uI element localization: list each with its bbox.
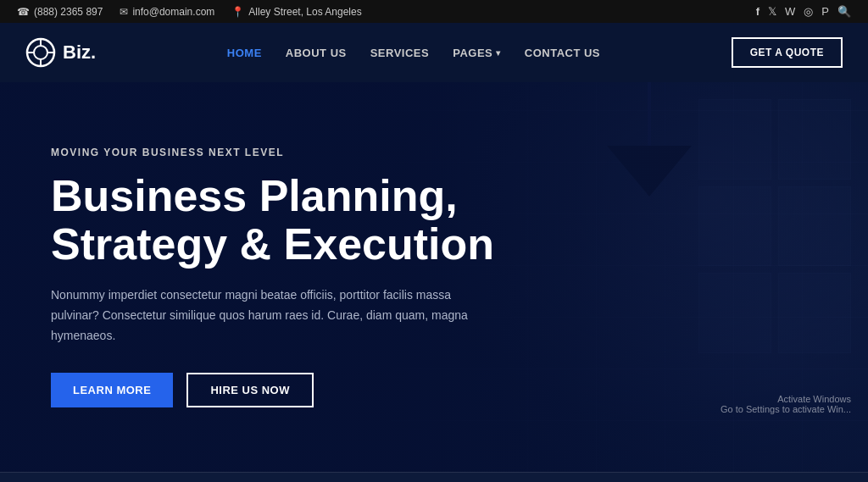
hero-title-line1: Business Planning, — [51, 171, 458, 220]
nav-item-services[interactable]: SERVICES — [370, 45, 430, 60]
activate-line1: Activate Windows — [721, 394, 851, 404]
email-info: ✉ info@domain.com — [120, 6, 214, 18]
navbar: Biz. HOME ABOUT US SERVICES PAGES CONTAC… — [0, 23, 868, 82]
hero-content: MOVING YOUR BUSINESS NEXT LEVEL Business… — [0, 147, 545, 408]
hero-subtitle: MOVING YOUR BUSINESS NEXT LEVEL — [51, 147, 494, 158]
nav-item-pages[interactable]: PAGES — [453, 47, 501, 59]
logo[interactable]: Biz. — [25, 37, 96, 68]
nav-item-about[interactable]: ABOUT US — [286, 45, 347, 60]
svg-point-1 — [34, 46, 47, 59]
instagram-link[interactable]: ◎ — [804, 5, 813, 18]
logo-text: Biz. — [63, 42, 96, 64]
learn-more-button[interactable]: LEARN MORE — [51, 373, 173, 407]
nav-link-about[interactable]: ABOUT US — [286, 47, 347, 59]
hire-us-button[interactable]: HIRE US NOW — [186, 373, 314, 407]
hero-buttons: LEARN MORE HIRE US NOW — [51, 373, 494, 407]
nav-link-pages[interactable]: PAGES — [453, 47, 501, 59]
nav-link-contact[interactable]: CONTACT US — [525, 47, 600, 59]
phone-icon: ☎ — [17, 6, 30, 18]
location-icon: 📍 — [231, 6, 244, 18]
hero-title: Business Planning, Strategy & Execution — [51, 172, 494, 269]
address-info: 📍 Alley Street, Los Angeles — [231, 6, 361, 18]
top-bar: ☎ (888) 2365 897 ✉ info@domain.com 📍 All… — [0, 0, 868, 23]
email-address: info@domain.com — [132, 6, 214, 18]
address-text: Alley Street, Los Angeles — [248, 6, 361, 18]
bottom-icons-bar — [0, 472, 868, 482]
twitter-link[interactable]: 𝕏 — [768, 5, 776, 18]
social-links: f 𝕏 W ◎ P 🔍 — [756, 5, 851, 18]
facebook-link[interactable]: f — [756, 5, 760, 18]
email-icon: ✉ — [120, 6, 128, 18]
pinterest-link[interactable]: P — [821, 5, 829, 18]
logo-icon — [25, 37, 56, 68]
top-bar-contact: ☎ (888) 2365 897 ✉ info@domain.com 📍 All… — [17, 6, 362, 18]
activate-windows-watermark: Activate Windows Go to Settings to activ… — [721, 394, 851, 414]
nav-link-services[interactable]: SERVICES — [370, 47, 430, 59]
nav-item-home[interactable]: HOME — [227, 45, 262, 60]
whatsapp-link[interactable]: W — [785, 5, 795, 18]
hero-description: Nonummy imperdiet consectetur magni beat… — [51, 285, 492, 346]
phone-number: (888) 2365 897 — [34, 6, 103, 18]
activate-line2: Go to Settings to activate Win... — [721, 404, 851, 414]
hero-section: MOVING YOUR BUSINESS NEXT LEVEL Business… — [0, 82, 868, 472]
nav-menu: HOME ABOUT US SERVICES PAGES CONTACT US — [227, 45, 600, 60]
hero-title-line2: Strategy & Execution — [51, 219, 494, 269]
get-quote-button[interactable]: GET A QUOTE — [732, 37, 843, 68]
nav-link-home[interactable]: HOME — [227, 47, 262, 59]
phone-info: ☎ (888) 2365 897 — [17, 6, 103, 18]
search-link[interactable]: 🔍 — [837, 5, 851, 18]
nav-item-contact[interactable]: CONTACT US — [525, 45, 600, 60]
